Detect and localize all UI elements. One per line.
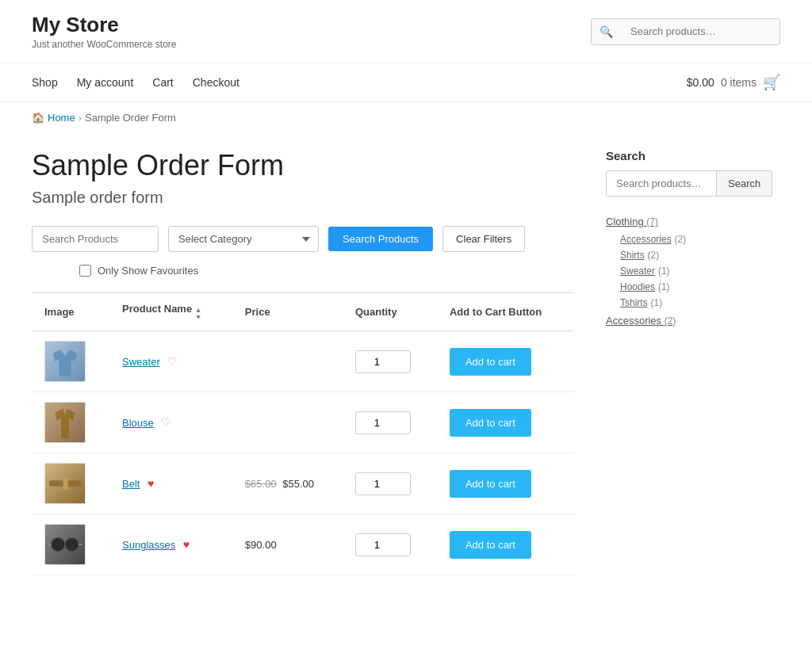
add-to-cart-cell-belt: Add to cart: [437, 453, 574, 514]
cat-count-clothing: (7): [646, 216, 658, 227]
product-name-cell-belt: Belt ♥: [109, 453, 232, 514]
cart-items-count: 0 items: [721, 76, 756, 89]
product-name-cell-sweater: Sweater ♡: [109, 331, 232, 392]
favourites-checkbox[interactable]: [79, 265, 91, 277]
nav-link-shop[interactable]: Shop: [32, 63, 58, 101]
product-image-sweater: [44, 341, 86, 382]
cat-link-tshirts[interactable]: Tshirts: [620, 297, 648, 308]
price-cell-belt: $65.00 $55.00: [232, 453, 343, 514]
navigation: Shop My account Cart Checkout $0.00 0 it…: [0, 63, 812, 102]
col-header-price: Price: [232, 293, 343, 331]
cat-main-accessories: Accessories (2): [606, 315, 780, 327]
table-row: Sunglasses ♥ $90.00 Add to cart: [32, 514, 574, 575]
price-sale-belt: $55.00: [282, 478, 314, 490]
col-header-product-name[interactable]: Product Name ▲▼: [109, 293, 232, 331]
breadcrumb-current: Sample Order Form: [85, 112, 176, 124]
qty-cell-sunglasses: [343, 514, 437, 575]
price-cell-blouse: [232, 392, 343, 453]
heart-icon-sweater[interactable]: ♡: [167, 355, 178, 368]
col-header-quantity: Quantity: [343, 293, 437, 331]
cat-sub-hoodies: Hoodies (1): [620, 280, 780, 292]
product-name-label: Product Name: [122, 303, 192, 315]
sidebar-search-row: Search: [606, 170, 780, 197]
sort-arrows-icon: ▲▼: [195, 307, 202, 321]
qty-cell-blouse: [343, 392, 437, 453]
product-link-belt[interactable]: Belt: [122, 478, 140, 490]
search-products-input[interactable]: [32, 226, 159, 252]
product-image-cell: [32, 514, 109, 575]
product-link-sunglasses[interactable]: Sunglasses: [122, 539, 175, 551]
qty-cell-sweater: [343, 331, 437, 392]
breadcrumb-home-link[interactable]: Home: [48, 112, 75, 124]
breadcrumb-separator: ›: [79, 112, 82, 124]
content-area: Sample Order Form Sample order form Sele…: [32, 149, 574, 575]
site-title: My Store: [32, 13, 177, 37]
favourites-label[interactable]: Only Show Favourites: [98, 265, 198, 277]
sidebar-search-section: Search Search: [606, 149, 780, 197]
page-title: Sample Order Form: [32, 149, 574, 182]
add-to-cart-button-sweater[interactable]: Add to cart: [450, 348, 531, 376]
add-to-cart-cell-blouse: Add to cart: [437, 392, 574, 453]
cat-count-sweater: (1): [658, 265, 670, 277]
table-row: Sweater ♡ Add to cart: [32, 331, 574, 392]
header-search-input[interactable]: [621, 19, 779, 44]
cat-link-accessories[interactable]: Accessories: [620, 234, 672, 245]
heart-icon-sunglasses[interactable]: ♥: [183, 538, 190, 551]
cat-count-tshirts: (1): [651, 297, 663, 308]
table-row: Belt ♥ $65.00 $55.00 Add to cart: [32, 453, 574, 514]
qty-input-sweater[interactable]: [355, 350, 411, 373]
product-image-belt: [44, 463, 86, 504]
svg-point-7: [65, 537, 79, 552]
filter-row: Select Category Clothing Accessories Sea…: [32, 226, 574, 252]
product-link-blouse[interactable]: Blouse: [122, 417, 154, 429]
nav-link-my-account[interactable]: My account: [77, 63, 134, 101]
cat-link-hoodies[interactable]: Hoodies: [620, 281, 655, 292]
cat-link-clothing[interactable]: Clothing: [606, 216, 644, 227]
clear-filters-button[interactable]: Clear Filters: [442, 226, 525, 252]
search-icon: 🔍: [592, 19, 621, 44]
breadcrumb: 🏠 Home › Sample Order Form: [0, 102, 812, 133]
sidebar-search-title: Search: [606, 149, 780, 162]
svg-point-6: [52, 537, 66, 552]
qty-input-sunglasses[interactable]: [355, 533, 411, 556]
site-branding: My Store Just another WooCommerce store: [32, 13, 177, 50]
product-link-sweater[interactable]: Sweater: [122, 356, 160, 368]
cat-link-accessories-main[interactable]: Accessories: [606, 315, 661, 327]
price-normal-sunglasses: $90.00: [245, 539, 277, 551]
cart-icon[interactable]: 🛒: [763, 74, 780, 91]
add-to-cart-cell-sweater: Add to cart: [437, 331, 574, 392]
sidebar-search-button[interactable]: Search: [717, 170, 772, 197]
cart-summary: $0.00 0 items 🛒: [687, 74, 780, 91]
add-to-cart-button-belt[interactable]: Add to cart: [450, 470, 531, 498]
col-header-image: Image: [32, 293, 109, 331]
nav-link-checkout[interactable]: Checkout: [193, 63, 239, 101]
header: My Store Just another WooCommerce store …: [0, 0, 812, 63]
cat-link-sweater[interactable]: Sweater: [620, 265, 655, 277]
breadcrumb-home-icon: 🏠: [32, 112, 44, 124]
products-table: Image Product Name ▲▼ Price Quantity Add…: [32, 292, 574, 575]
add-to-cart-button-blouse[interactable]: Add to cart: [450, 409, 531, 437]
price-original-belt: $65.00: [245, 478, 277, 490]
product-image-cell: [32, 453, 109, 514]
cat-main-clothing: Clothing (7): [606, 216, 780, 227]
cart-amount: $0.00: [687, 76, 714, 89]
main-layout: Sample Order Form Sample order form Sele…: [0, 133, 812, 607]
cat-count-hoodies: (1): [658, 281, 670, 292]
col-header-add-to-cart: Add to Cart Button: [437, 293, 574, 331]
cat-link-shirts[interactable]: Shirts: [620, 250, 645, 261]
header-search-box: 🔍: [591, 18, 780, 45]
product-name-cell-blouse: Blouse ♡: [109, 392, 232, 453]
sidebar-search-input[interactable]: [606, 170, 717, 197]
heart-icon-belt[interactable]: ♥: [147, 477, 154, 490]
qty-input-belt[interactable]: [355, 472, 411, 495]
heart-icon-blouse[interactable]: ♡: [161, 416, 171, 429]
search-products-button[interactable]: Search Products: [328, 227, 433, 251]
cat-sub-sweater: Sweater (1): [620, 264, 780, 277]
add-to-cart-button-sunglasses[interactable]: Add to cart: [450, 531, 531, 559]
category-select[interactable]: Select Category Clothing Accessories: [168, 226, 319, 252]
add-to-cart-cell-sunglasses: Add to cart: [437, 514, 574, 575]
nav-link-cart[interactable]: Cart: [152, 63, 173, 101]
product-image-cell: [32, 392, 109, 453]
nav-links: Shop My account Cart Checkout: [32, 63, 239, 101]
qty-input-blouse[interactable]: [355, 411, 411, 434]
